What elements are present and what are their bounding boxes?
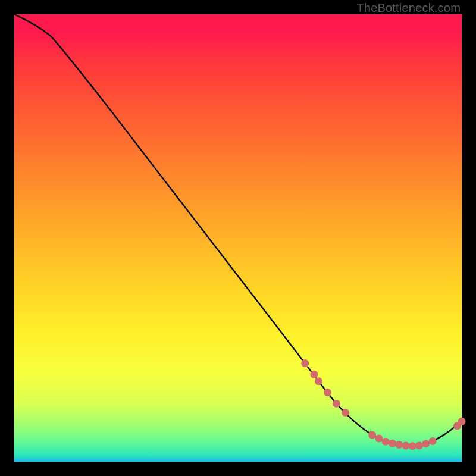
marker-dot xyxy=(368,431,376,439)
marker-dot xyxy=(375,434,383,442)
marker-dot xyxy=(415,441,423,449)
marker-dot xyxy=(315,377,322,385)
chart-svg xyxy=(14,14,462,462)
marker-dot xyxy=(342,409,349,416)
marker-dot xyxy=(409,442,416,450)
marker-dot xyxy=(395,441,403,449)
marker-dot xyxy=(389,440,396,447)
marker-dot xyxy=(402,441,410,449)
marker-dot xyxy=(422,440,430,447)
marker-dot xyxy=(458,418,466,425)
marker-dot xyxy=(333,400,340,408)
marker-dot xyxy=(301,359,309,367)
marker-dot xyxy=(429,437,437,445)
marker-dot xyxy=(324,389,331,396)
marker-dot xyxy=(310,371,318,378)
marker-dot xyxy=(382,438,390,446)
watermark-label: TheBottleneck.com xyxy=(356,1,461,15)
curve-line xyxy=(14,14,462,446)
